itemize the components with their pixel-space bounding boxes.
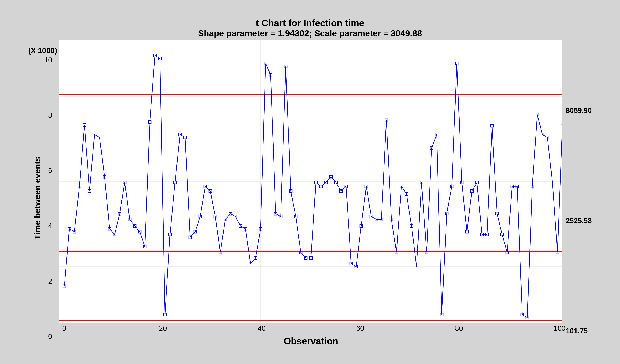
x-tick-100: 100 (554, 324, 562, 332)
y-tick-2: 2 (48, 277, 52, 285)
right-label-lcl: 101.75 (566, 327, 592, 335)
y-tick-6: 6 (48, 167, 52, 174)
data-points (63, 54, 562, 319)
y-tick-10: 10 (44, 56, 52, 64)
title-line2: Shape parameter = 1.94302; Scale paramet… (198, 28, 422, 38)
y-tick-0: 0 (48, 333, 52, 340)
right-label-mid-top (566, 161, 592, 170)
y-ticks-col: 10 8 6 4 2 0 (44, 56, 52, 340)
x-ticks: 0 20 40 60 80 100 (59, 324, 562, 332)
x-tick-40: 40 (258, 324, 266, 332)
y-tick-8: 8 (48, 112, 52, 119)
x-tick-0: 0 (60, 324, 68, 332)
chart-area: (X 1000) Time between events 10 8 6 4 2 … (28, 40, 592, 346)
right-labels: 8059.90 2525.58 101.75 (566, 51, 592, 335)
y-tick-4: 4 (48, 222, 52, 229)
right-label-ucl: 8059.90 (566, 106, 592, 115)
x-axis-label: Observation (284, 336, 338, 346)
x-tick-60: 60 (356, 324, 364, 332)
chart-title: t Chart for Infection time Shape paramet… (198, 18, 422, 38)
chart-container: t Chart for Infection time Shape paramet… (0, 0, 620, 364)
chart-svg (59, 40, 562, 323)
y-axis-label: Time between events (32, 157, 42, 240)
x-tick-20: 20 (159, 324, 167, 332)
y-unit-label: (X 1000) (28, 46, 57, 55)
plot-area (59, 40, 562, 323)
right-label-cl: 2525.58 (566, 217, 592, 225)
right-label-mid-bot (566, 272, 592, 280)
x-tick-80: 80 (455, 324, 463, 332)
title-line1: t Chart for Infection time (198, 18, 422, 28)
right-label-top (566, 51, 592, 59)
y-ticks: 10 8 6 4 2 0 (44, 56, 52, 340)
